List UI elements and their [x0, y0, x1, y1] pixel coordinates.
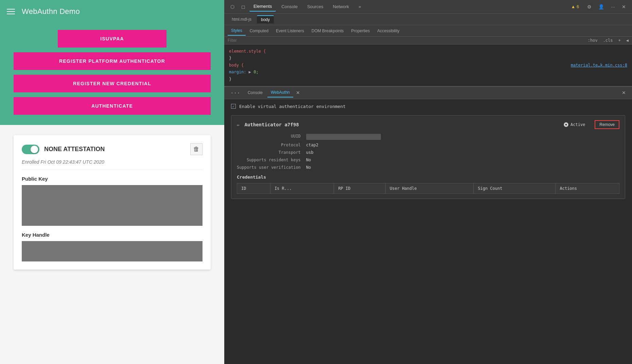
enrolled-date: Enrolled Fri Oct 09 22:43:47 UTC 2020	[22, 159, 203, 170]
app-header: WebAuthn Demo	[0, 0, 224, 23]
public-key-value	[22, 185, 203, 226]
styles-tab-event-listeners[interactable]: Event Listeners	[273, 26, 308, 35]
tab-elements[interactable]: Elements	[249, 2, 276, 12]
code-line-body: material.te…k.min.css:8 body {	[229, 62, 627, 69]
protocol-value: ctap2	[306, 143, 619, 147]
register-new-credential-button[interactable]: REGISTER NEW CREDENTIAL	[14, 75, 211, 92]
code-arrow[interactable]: ▶	[249, 70, 251, 74]
close-devtools-btn[interactable]: ✕	[619, 3, 629, 11]
code-line-margin: margin: ▶ 0;	[229, 69, 627, 75]
code-line-element-style: element.style {	[229, 48, 627, 55]
styles-tab-computed[interactable]: Computed	[246, 26, 272, 35]
tab-sources[interactable]: Sources	[303, 2, 328, 11]
webauthn-content: Enable virtual authenticator environment…	[224, 99, 632, 364]
resident-keys-label: Supports resident keys	[237, 158, 301, 162]
tab-console[interactable]: Console	[277, 2, 302, 11]
settings-icon-btn[interactable]: ⚙	[584, 3, 594, 11]
content-area: NONE ATTESTATION 🗑 Enrolled Fri Oct 09 2…	[0, 125, 224, 364]
key-handle-value	[22, 241, 203, 261]
code-brace-1: }	[229, 56, 231, 60]
code-line-close2: }	[229, 76, 627, 83]
col-actions: Actions	[556, 183, 619, 194]
active-radio: Active	[564, 122, 585, 127]
authenticator-section: ✏️ Authenticator a7f98 Active Remove UUI…	[231, 115, 625, 199]
cls-btn[interactable]: .cls	[603, 38, 613, 43]
html-tab-body[interactable]: body	[257, 15, 274, 23]
protocol-label: Protocol	[237, 143, 301, 147]
transport-value: usb	[306, 150, 619, 155]
code-margin-property: margin:	[229, 70, 246, 74]
attestation-toggle[interactable]	[22, 145, 39, 154]
tab-network[interactable]: Network	[329, 2, 353, 11]
styles-tab-properties[interactable]: Properties	[348, 26, 373, 35]
card-header: NONE ATTESTATION 🗑	[22, 143, 203, 155]
enable-checkbox[interactable]	[231, 104, 236, 109]
uuid-bar	[306, 134, 381, 140]
col-user-handle: User Handle	[386, 183, 474, 194]
inspect-icon-btn[interactable]: ◻	[239, 3, 248, 11]
credential-card: NONE ATTESTATION 🗑 Enrolled Fri Oct 09 2…	[14, 135, 211, 270]
transport-label: Transport	[237, 150, 301, 155]
tab-more[interactable]: »	[354, 2, 365, 11]
code-line-close: }	[229, 55, 627, 61]
bottom-tab-webauthn[interactable]: WebAuthn	[267, 88, 293, 97]
remove-authenticator-button[interactable]: Remove	[595, 120, 619, 129]
edit-authenticator-icon[interactable]: ✏️	[237, 122, 240, 127]
credentials-title: Credentials	[237, 175, 619, 180]
styles-tab-styles[interactable]: Styles	[228, 26, 246, 36]
styles-tab-accessibility[interactable]: Accessibility	[374, 26, 403, 35]
enable-row: Enable virtual authenticator environment	[231, 104, 625, 109]
webauthn-tab-label: WebAuthn	[271, 90, 290, 95]
public-key-label: Public Key	[22, 176, 203, 182]
bottom-tab-console[interactable]: Console	[244, 88, 266, 97]
col-is-r: Is R...	[270, 183, 334, 194]
close-bottom-panel[interactable]: ✕	[619, 89, 629, 97]
bottom-tab-dots[interactable]: ···	[228, 90, 243, 96]
credentials-table: ID Is R... RP ID User Handle Sign Count …	[237, 183, 619, 194]
add-rule-btn[interactable]: +	[618, 38, 621, 43]
authenticator-name: Authenticator a7f98	[244, 122, 299, 127]
isuvpaa-button[interactable]: ISUVPAA	[58, 30, 166, 48]
back-panel-btn[interactable]: ◀	[626, 38, 629, 43]
filter-input[interactable]	[228, 38, 585, 43]
user-icon-btn[interactable]: 👤	[596, 3, 607, 11]
code-body-selector: body {	[229, 63, 244, 68]
html-element-tabs: html.mdl-js body	[224, 14, 632, 25]
warning-count[interactable]: ▲ 6	[567, 2, 583, 11]
authenticate-button[interactable]: AUTHENTICATE	[14, 97, 211, 115]
delete-credential-button[interactable]: 🗑	[190, 143, 203, 155]
app-title: WebAuthn Demo	[22, 7, 80, 16]
styles-tabs: Styles Computed Event Listeners DOM Brea…	[224, 25, 632, 37]
hamburger-menu[interactable]	[7, 9, 15, 14]
cursor-icon-btn[interactable]: ⬡	[228, 3, 237, 11]
card-title: NONE ATTESTATION	[44, 146, 105, 153]
col-sign-count: Sign Count	[474, 183, 556, 194]
hov-btn[interactable]: :hov	[588, 38, 598, 43]
key-handle-label: Key Handle	[22, 232, 203, 238]
code-selector-element: element.style {	[229, 49, 266, 54]
credentials-section: Credentials ID Is R... RP ID User Handle…	[237, 175, 619, 194]
code-brace-2: }	[229, 77, 231, 81]
code-margin-value: 0;	[253, 70, 258, 74]
resident-keys-value: No	[306, 158, 619, 162]
close-webauthn-tab[interactable]: ✕	[296, 90, 300, 95]
left-panel: WebAuthn Demo ISUVPAA REGISTER PLATFORM …	[0, 0, 224, 364]
dots-icon-btn[interactable]: ···	[608, 3, 618, 11]
webauthn-bottom-panel: ··· Console WebAuthn ✕ ✕ Enable virtual …	[224, 86, 632, 364]
active-radio-circle[interactable]	[564, 122, 568, 127]
uuid-label: UUID	[237, 134, 301, 140]
html-tab-html[interactable]: html.mdl-js	[228, 16, 256, 23]
code-link[interactable]: material.te…k.min.css:8	[571, 62, 627, 69]
user-verification-value: No	[306, 165, 619, 170]
delete-icon: 🗑	[193, 146, 199, 153]
devtools-topbar: ⬡ ◻ Elements Console Sources Network » ▲…	[224, 0, 632, 14]
auth-header: ✏️ Authenticator a7f98 Active Remove	[237, 120, 619, 129]
toggle-container: NONE ATTESTATION	[22, 145, 105, 154]
uuid-value	[306, 134, 619, 140]
styles-tab-dom-breakpoints[interactable]: DOM Breakpoints	[308, 26, 347, 35]
filter-bar: :hov .cls + ◀	[224, 37, 632, 44]
auth-properties: UUID Protocol ctap2 Transport usb Suppor…	[237, 134, 619, 170]
toggle-thumb	[31, 146, 38, 153]
col-rp-id: RP ID	[334, 183, 386, 194]
register-platform-button[interactable]: REGISTER PLATFORM AUTHENTICATOR	[14, 52, 211, 70]
